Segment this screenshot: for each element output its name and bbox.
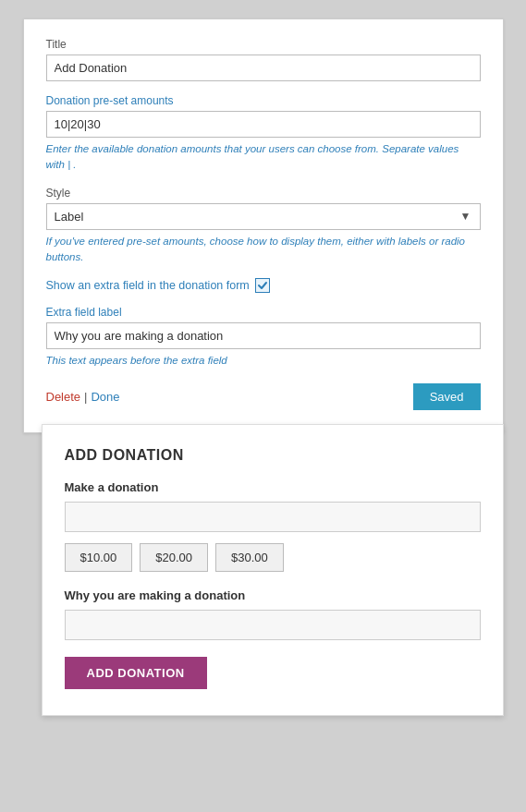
style-select-wrapper: Label Radio buttons ▼: [46, 203, 481, 230]
style-select[interactable]: Label Radio buttons: [46, 203, 481, 230]
preview-title: ADD DONATION: [65, 447, 481, 464]
donation-field-label: Make a donation: [65, 480, 481, 494]
done-link[interactable]: Done: [91, 390, 119, 404]
amount-btn-20[interactable]: $20.00: [140, 543, 208, 572]
extra-hint: This text appears before the extra field: [46, 353, 481, 369]
show-extra-checkbox[interactable]: [255, 278, 270, 293]
style-group: Style Label Radio buttons ▼ If you've en…: [46, 187, 481, 266]
extra-field-input[interactable]: [65, 610, 481, 640]
preset-label: Donation pre-set amounts: [46, 94, 481, 107]
title-group: Title: [46, 38, 481, 81]
amount-btn-10[interactable]: $10.00: [65, 543, 133, 572]
extra-field-label-preview: Why you are making a donation: [65, 588, 481, 602]
donation-amount-input[interactable]: [65, 502, 481, 532]
footer-row: Delete | Done Saved: [46, 383, 481, 410]
form-card: Title Donation pre-set amounts Enter the…: [23, 18, 504, 433]
style-hint: If you've entered pre-set amounts, choos…: [46, 234, 481, 266]
saved-button[interactable]: Saved: [413, 383, 481, 410]
title-label: Title: [46, 38, 481, 51]
delete-link[interactable]: Delete: [46, 390, 81, 404]
preset-hint: Enter the available donation amounts tha…: [46, 141, 481, 174]
style-label: Style: [46, 187, 481, 200]
checkbox-row: Show an extra field in the donation form: [46, 278, 481, 293]
add-donation-button[interactable]: ADD DONATION: [65, 657, 207, 689]
extra-group: Extra field label This text appears befo…: [46, 306, 481, 369]
footer-links: Delete | Done: [46, 390, 120, 404]
amount-btn-30[interactable]: $30.00: [215, 543, 284, 572]
extra-label: Extra field label: [46, 306, 481, 319]
preview-card: ADD DONATION Make a donation $10.00 $20.…: [42, 424, 504, 716]
title-input[interactable]: [46, 55, 481, 81]
amount-buttons-row: $10.00 $20.00 $30.00: [65, 543, 481, 572]
page-container: Title Donation pre-set amounts Enter the…: [23, 18, 504, 716]
link-separator: |: [84, 390, 87, 404]
checkbox-label: Show an extra field in the donation form: [46, 279, 250, 292]
preset-group: Donation pre-set amounts Enter the avail…: [46, 94, 481, 174]
checkmark-icon: [257, 280, 268, 291]
extra-input[interactable]: [46, 322, 481, 349]
preset-input[interactable]: [46, 111, 481, 138]
